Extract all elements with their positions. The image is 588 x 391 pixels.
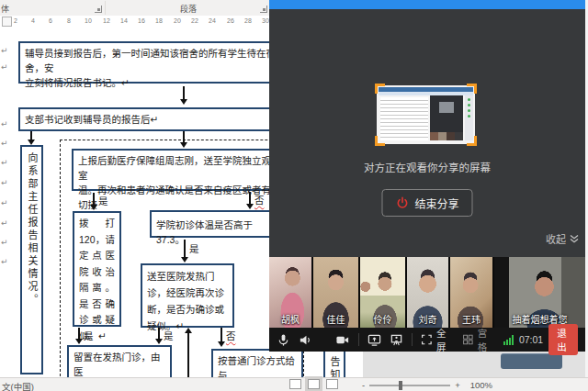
flow-box-text: 立刻将情况报告书记。↵: [25, 75, 280, 90]
share-handle-icon: [467, 84, 477, 94]
ruler-number: 6: [49, 17, 52, 24]
participant-video[interactable]: 刘奇: [407, 257, 450, 328]
font-group-label: 体: [1, 3, 9, 15]
ruler-number: 4: [31, 17, 35, 24]
font-dialog-launcher-icon[interactable]: [95, 6, 102, 13]
ruler-number: 22: [191, 17, 198, 24]
flow-label-no: 否: [226, 329, 236, 342]
ruler-number: 24: [209, 17, 216, 24]
speaker-icon: [299, 333, 312, 347]
participant-video[interactable]: 抽着烟想着您: [494, 257, 585, 328]
background-window-button[interactable]: [501, 353, 562, 369]
end-share-button[interactable]: 结束分享: [381, 189, 472, 217]
participant-video[interactable]: 伶伶: [360, 257, 407, 328]
participant-name: 胡枫: [269, 312, 311, 326]
pilcrow-mark: ↵: [1, 62, 8, 72]
pilcrow-mark: ↵: [1, 257, 8, 266]
language-indicator[interactable]: 文(中国): [2, 380, 34, 391]
fullscreen-icon: [421, 333, 433, 346]
flow-box-text: 辅导员接到报告后，第一时间通知该宿舍的所有学生待在宿舍，安: [25, 46, 280, 75]
flow-box-counselor: 辅导员接到报告后，第一时间通知该宿舍的所有学生待在宿舍，安 立刻将情况报告书记。…: [18, 41, 287, 84]
ruler-number: 8: [67, 17, 71, 24]
exit-meeting-button[interactable]: 退出: [548, 324, 578, 355]
tab-selector-icon[interactable]: [2, 17, 12, 27]
share-handle-icon: [467, 136, 477, 146]
word-status-bar: 文(中国) - + 100%: [0, 377, 588, 391]
print-layout-icon[interactable]: [308, 379, 320, 389]
ruler-number: 16: [138, 17, 145, 24]
share-handle-icon: [375, 84, 385, 94]
flow-box-temperature: 学院初诊体温是否高于 37.3。: [150, 210, 288, 238]
ruler-number: 28: [244, 17, 252, 24]
meeting-toolbar: 全屏 宫格 07:01 退出: [269, 328, 585, 352]
thumb-video-strip: [430, 132, 463, 140]
paragraph-dialog-launcher-icon[interactable]: [260, 6, 267, 13]
participant-video[interactable]: 胡枫: [269, 257, 313, 328]
flow-label-yes: 是: [84, 329, 94, 342]
grid-icon: [462, 333, 474, 346]
toolbar-separator: [358, 333, 359, 346]
zoom-slider[interactable]: [369, 385, 450, 386]
pilcrow-mark: ↵: [1, 119, 8, 128]
participant-video[interactable]: 佳佳: [313, 257, 360, 328]
power-icon: [395, 196, 409, 210]
flow-box-logistics: 上报后勤医疗保障组周志刚，送至学院独立观察室 温。再次和患者沟通确认是否来自疫区…: [72, 149, 294, 191]
fullscreen-button[interactable]: 全屏: [421, 326, 454, 353]
ruler-number: 12: [103, 17, 110, 24]
ruler-number: 20: [174, 17, 181, 24]
share-screen-button[interactable]: [368, 333, 381, 347]
speaker-button[interactable]: [299, 333, 312, 347]
ruler-number: 30: [262, 17, 269, 24]
ruler-number: 18: [155, 17, 163, 24]
participant-name: 刘奇: [407, 312, 448, 326]
read-mode-icon[interactable]: [289, 379, 301, 389]
thumb-inner-preview: [439, 102, 454, 113]
zoom-slider-thumb[interactable]: [399, 381, 402, 390]
flow-box-normal-clinic: 按普通门诊方式给与 治疗，并继续保持隔离: [211, 349, 303, 377]
zoom-level[interactable]: 100%: [470, 380, 492, 390]
desktop-screenshot: 体 段落 2 4 6 8 10 12 14 16 18 20 22 24 26 …: [0, 0, 588, 391]
flow-box-text: 按普通门诊方式给与: [218, 353, 297, 377]
flow-label-yes: 是: [189, 241, 199, 255]
toolbar-separator: [412, 333, 413, 346]
zoom-out-button[interactable]: -: [362, 380, 365, 390]
web-layout-icon[interactable]: [326, 379, 338, 389]
share-handle-icon: [375, 136, 385, 146]
flow-box-text: 留置在发热门诊，由医: [74, 350, 165, 377]
whiteboard-button[interactable]: [390, 333, 403, 347]
flow-label-yes: 是: [98, 194, 108, 207]
participant-name: 王玮: [450, 312, 492, 326]
share-status-text: 对方正在观看你分享的屏幕: [269, 160, 585, 174]
pilcrow-mark: ↵: [1, 139, 8, 148]
participant-video[interactable]: 王玮: [450, 257, 494, 328]
pilcrow-mark: ↵: [1, 178, 8, 187]
meeting-window: 对方正在观看你分享的屏幕 结束分享 收起 胡枫 佳佳 伶伶 刘奇 王玮 抽着烟想…: [269, 0, 585, 352]
flow-box-report-to-dept: 向系部主任报告相关情况。: [20, 145, 43, 374]
network-signal-icon: [503, 335, 514, 345]
paragraph-group-label: 段落: [180, 3, 197, 15]
pilcrow-mark: ↵: [1, 198, 8, 207]
pilcrow-mark: ↵: [1, 158, 8, 167]
ribbon-separator: [105, 1, 106, 15]
flow-box-text: 支部书记收到辅导员的报告后↵: [25, 112, 280, 127]
grid-view-label: 宫格: [478, 326, 495, 353]
microphone-button[interactable]: [277, 333, 290, 347]
microphone-icon: [277, 333, 290, 347]
pilcrow-mark: ↵: [1, 218, 8, 228]
grid-view-button[interactable]: 宫格: [462, 326, 495, 353]
meeting-titlebar[interactable]: [269, 0, 585, 9]
collapse-button[interactable]: 收起: [546, 231, 580, 246]
flow-box-fever-clinic: 送至医院发热门诊，经医院再次诊断，是否为确诊或疑似。↵: [141, 263, 234, 328]
whiteboard-icon: [390, 333, 403, 347]
flow-box-secretary: 支部书记收到辅导员的报告后↵: [18, 107, 287, 131]
zoom-in-button[interactable]: +: [455, 380, 460, 390]
flow-box-text: 上报后勤医疗保障组周志刚，送至学院独立观察室: [78, 153, 288, 183]
collapse-label: 收起: [546, 231, 566, 246]
camera-button[interactable]: [335, 333, 350, 347]
participant-name: 伶伶: [360, 312, 405, 326]
flow-label-no: 否: [254, 193, 265, 207]
flow-box-stay-fever-clinic: 留置在发热门诊，由医 院转至定点收治医院治: [67, 345, 172, 377]
flow-label-yes: 是: [164, 329, 174, 342]
participant-video-strip: 胡枫 佳佳 伶伶 刘奇 王玮 抽着烟想着您: [269, 257, 585, 328]
ruler-number: 10: [85, 17, 92, 24]
